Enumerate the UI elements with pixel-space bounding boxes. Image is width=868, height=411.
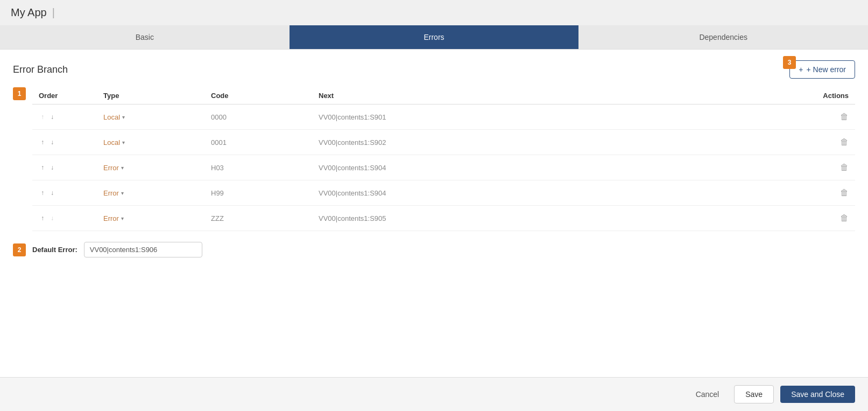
type-cell: Error ▾ (97, 206, 204, 231)
table-row: ↑ ↓ Error ▾ H99VV00|contents1:S904🗑 (32, 180, 855, 206)
type-cell: Local ▾ (97, 130, 204, 155)
move-up-button: ↑ (39, 113, 46, 121)
order-controls: ↑ ↓ (39, 163, 90, 172)
move-up-button[interactable]: ↑ (39, 189, 46, 197)
delete-button[interactable]: 🗑 (840, 213, 849, 223)
actions-cell: 🗑 (812, 155, 855, 180)
code-value: H03 (211, 164, 224, 172)
plus-icon: + (799, 65, 803, 74)
chevron-down-icon: ▾ (121, 190, 124, 196)
type-dropdown[interactable]: Local ▾ (103, 113, 125, 121)
move-down-button[interactable]: ↓ (48, 189, 56, 197)
table-header-row: Order Type Code Next Actions (32, 87, 855, 105)
default-error-input[interactable] (84, 242, 202, 257)
badge-2: 2 (13, 243, 26, 256)
code-cell: ZZZ (204, 206, 312, 231)
col-header-type: Type (97, 87, 204, 105)
type-cell: Local ▾ (97, 105, 204, 130)
move-up-button[interactable]: ↑ (39, 214, 46, 222)
next-value: VV00|contents1:S904 (319, 164, 386, 172)
type-dropdown[interactable]: Error ▾ (103, 164, 124, 172)
order-controls: ↑ ↓ (39, 138, 90, 147)
tab-dependencies[interactable]: Dependencies (578, 25, 868, 49)
move-down-button[interactable]: ↓ (48, 138, 56, 147)
delete-button[interactable]: 🗑 (840, 112, 849, 122)
table-row: ↑ ↓ Local ▾ 0001VV00|contents1:S902🗑 (32, 130, 855, 155)
type-cell: Error ▾ (97, 155, 204, 180)
main-content: Error Branch 3 + + New error 1 Order Typ… (0, 50, 868, 377)
new-error-button[interactable]: + + New error (789, 60, 855, 79)
actions-cell: 🗑 (812, 105, 855, 130)
actions-cell: 🗑 (812, 206, 855, 231)
save-and-close-button[interactable]: Save and Close (780, 386, 855, 403)
chevron-down-icon: ▾ (122, 114, 125, 120)
order-controls: ↑ ↓ (39, 189, 90, 197)
chevron-down-icon: ▾ (122, 140, 125, 145)
chevron-down-icon: ▾ (121, 215, 124, 221)
delete-button[interactable]: 🗑 (840, 188, 849, 198)
tabs-bar: Basic Errors Dependencies (0, 25, 868, 50)
table-row: ↑ ↓ Error ▾ H03VV00|contents1:S904🗑 (32, 155, 855, 180)
footer: Cancel Save Save and Close (0, 377, 868, 411)
col-header-code: Code (204, 87, 312, 105)
delete-button[interactable]: 🗑 (840, 163, 849, 172)
order-cell: ↑ ↓ (32, 105, 97, 130)
code-cell: H03 (204, 155, 312, 180)
code-cell: 0000 (204, 105, 312, 130)
new-error-label: + New error (806, 65, 846, 74)
app-header: My App | (0, 0, 868, 25)
cancel-button[interactable]: Cancel (687, 386, 728, 403)
order-cell: ↑ ↓ (32, 130, 97, 155)
tab-basic[interactable]: Basic (0, 25, 290, 49)
code-cell: 0001 (204, 130, 312, 155)
col-header-next: Next (312, 87, 812, 105)
next-value: VV00|contents1:S905 (319, 214, 386, 222)
col-header-actions: Actions (812, 87, 855, 105)
move-up-button[interactable]: ↑ (39, 138, 46, 147)
next-cell: VV00|contents1:S904 (312, 180, 812, 206)
code-value: ZZZ (211, 214, 224, 222)
order-cell: ↑ ↓ (32, 206, 97, 231)
move-up-button[interactable]: ↑ (39, 163, 46, 172)
default-error-label: Default Error: (32, 246, 77, 254)
save-button[interactable]: Save (734, 385, 774, 403)
badge-3: 3 (783, 56, 796, 69)
type-value: Error (103, 164, 119, 172)
next-cell: VV00|contents1:S905 (312, 206, 812, 231)
chevron-down-icon: ▾ (121, 165, 124, 171)
delete-button[interactable]: 🗑 (840, 137, 849, 147)
error-table: Order Type Code Next Actions ↑ ↓ Local ▾… (32, 87, 855, 231)
default-error-section: 2 Default Error: (13, 242, 855, 257)
type-dropdown[interactable]: Local ▾ (103, 138, 125, 147)
next-value: VV00|contents1:S901 (319, 113, 386, 121)
order-controls: ↑ ↓ (39, 214, 90, 222)
code-value: 0000 (211, 113, 227, 121)
type-cell: Error ▾ (97, 180, 204, 206)
table-section: 1 Order Type Code Next Actions ↑ ↓ (13, 87, 855, 231)
order-controls: ↑ ↓ (39, 113, 90, 121)
type-value: Local (103, 138, 120, 147)
table-row: ↑ ↓ Error ▾ ZZZVV00|contents1:S905🗑 (32, 206, 855, 231)
move-down-button[interactable]: ↓ (48, 113, 56, 121)
type-value: Error (103, 214, 119, 222)
actions-cell: 🗑 (812, 180, 855, 206)
type-dropdown[interactable]: Error ▾ (103, 214, 124, 222)
next-cell: VV00|contents1:S901 (312, 105, 812, 130)
type-value: Error (103, 189, 119, 197)
next-cell: VV00|contents1:S904 (312, 155, 812, 180)
app-title-divider: | (52, 6, 55, 19)
section-header: Error Branch 3 + + New error (13, 60, 855, 79)
move-down-button[interactable]: ↓ (48, 163, 56, 172)
order-cell: ↑ ↓ (32, 180, 97, 206)
type-value: Local (103, 113, 120, 121)
app-container: My App | Basic Errors Dependencies Error… (0, 0, 868, 411)
next-value: VV00|contents1:S904 (319, 189, 386, 197)
tab-errors[interactable]: Errors (290, 25, 579, 49)
order-cell: ↑ ↓ (32, 155, 97, 180)
code-value: 0001 (211, 138, 227, 147)
code-cell: H99 (204, 180, 312, 206)
type-dropdown[interactable]: Error ▾ (103, 189, 124, 197)
next-cell: VV00|contents1:S902 (312, 130, 812, 155)
table-row: ↑ ↓ Local ▾ 0000VV00|contents1:S901🗑 (32, 105, 855, 130)
next-value: VV00|contents1:S902 (319, 138, 386, 147)
